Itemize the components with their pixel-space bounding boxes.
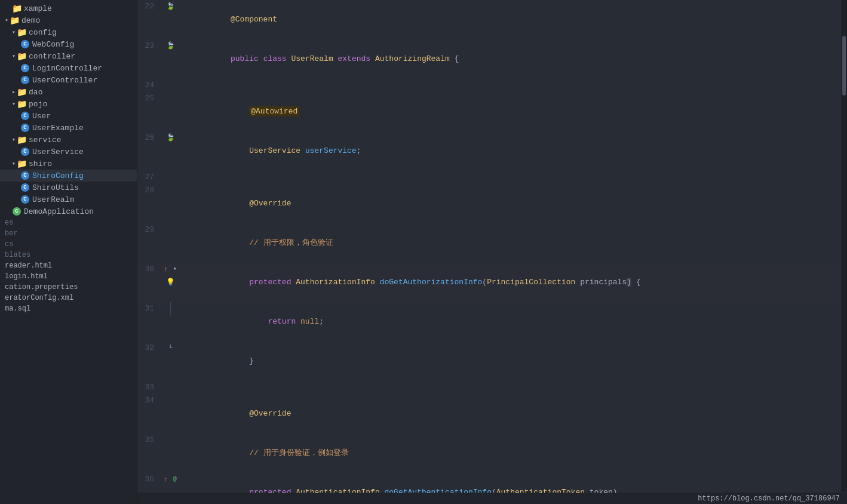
line-code[interactable] [179,381,847,394]
folder-icon: 📁 [12,4,22,13]
line-gutter [161,184,179,223]
line-code[interactable]: protected AuthorizationInfo doGetAuthori… [179,263,847,302]
class-icon: C [20,63,30,73]
line-code[interactable]: @Override [179,394,847,434]
sidebar-item-reader-html[interactable]: reader.html [0,260,137,271]
sidebar-item-ber[interactable]: ber [0,228,137,239]
line-gutter: ↑ ▾ 💡 [161,263,179,302]
sidebar-item-logincontroller[interactable]: C LoginController [0,62,137,74]
statusbar: https://blog.csdn.net/qq_37186947 [137,493,847,504]
sidebar-item-demoapplication[interactable]: C DemoApplication [0,205,137,217]
chevron-down-icon: ▾ [12,100,16,107]
code-token: null [300,317,319,326]
sidebar-item-label: dao [29,88,42,97]
chevron-down-icon: ▾ [5,17,8,24]
sidebar-item-userrealm[interactable]: C UserRealm [0,193,137,205]
code-token: doGetAuthorizationInfo [380,278,483,287]
line-gutter: 🍃 [161,39,179,79]
folder-icon: 📁 [17,99,26,109]
line-gutter: 🍃 [161,131,179,171]
line-code[interactable]: public class UserRealm extends Authorizi… [179,39,847,79]
code-token: class [263,54,287,63]
table-row: 31 return null; [137,302,847,342]
sidebar-item-example[interactable]: 📁 xample [0,2,137,14]
folder-icon: 📁 [17,159,26,168]
table-row: 35 // 用于身份验证，例如登录 [137,434,847,473]
sidebar-item-controller[interactable]: ▾ 📁 controller [0,50,137,62]
line-code[interactable]: @Override [179,184,847,223]
line-gutter [161,434,179,473]
sidebar-item-usercontroller[interactable]: C UserController [0,74,137,86]
sidebar-item-blates[interactable]: blates [0,250,137,260]
class-icon: C [20,195,30,204]
sidebar-item-label: LoginController [32,64,102,73]
code-token: extends [338,54,371,63]
sidebar-item-erator-xml[interactable]: eratorConfig.xml [0,293,137,303]
line-gutter [161,394,179,434]
table-row: 28 @Override [137,184,847,223]
scrollbar-thumb[interactable] [842,36,846,96]
sidebar-item-label: pojo [29,100,47,109]
line-number: 34 [137,394,161,434]
sidebar: 📁 xample ▾ 📁 demo ▾ 📁 config C WebConfig… [0,0,137,504]
sidebar-item-shiro[interactable]: ▾ 📁 shiro [0,158,137,170]
scrollbar-track[interactable] [841,0,847,492]
line-number: 24 [137,79,161,92]
line-code[interactable] [179,171,847,184]
table-row: 23 🍃 public class UserRealm extends Auth… [137,39,847,79]
line-code[interactable]: @Autowired [179,92,847,131]
sidebar-item-login-html[interactable]: login.html [0,271,137,282]
line-code[interactable]: // 用于身份验证，例如登录 [179,434,847,473]
sidebar-item-ma-sql[interactable]: ma.sql [0,303,137,314]
sidebar-item-webconfig[interactable]: C WebConfig [0,38,137,50]
sidebar-item-userservice[interactable]: C UserService [0,146,137,158]
folder-icon: 📁 [17,27,26,37]
sidebar-item-label: UserExample [32,124,84,133]
code-token: AuthorizingRealm [375,54,450,63]
sidebar-item-label: DemoApplication [24,207,94,216]
line-number: 27 [137,171,161,184]
code-token: UserRealm [291,54,333,63]
line-gutter [161,223,179,263]
sidebar-item-user[interactable]: C User [0,110,137,122]
folder-icon: 📁 [10,16,19,25]
line-number: 30 [137,263,161,302]
line-code[interactable]: return null; [179,302,847,342]
line-number: 31 [137,302,161,342]
table-row: 27 [137,171,847,184]
sidebar-item-demo[interactable]: ▾ 📁 demo [0,14,137,26]
line-code[interactable]: } [179,342,847,381]
sidebar-item-dao[interactable]: ▸ 📁 dao [0,86,137,98]
line-code[interactable]: // 用于权限，角色验证 [179,223,847,263]
sidebar-item-label: User [32,112,51,121]
sidebar-item-pojo[interactable]: ▾ 📁 pojo [0,98,137,110]
editor: 22 🍃 @Component 23 🍃 public class UserRe… [137,0,847,504]
chevron-down-icon: ▾ [12,160,16,167]
sidebar-item-label: xample [24,4,52,13]
sidebar-item-cs[interactable]: cs [0,239,137,250]
folder-icon: 📁 [17,87,26,97]
sidebar-item-shiroutils[interactable]: C ShiroUtils [0,182,137,193]
class-icon: C [20,171,30,180]
line-number: 32 [137,342,161,381]
code-token: // 用于权限，角色验证 [249,238,333,247]
line-number: 25 [137,92,161,131]
sidebar-item-service[interactable]: ▾ 📁 service [0,134,137,146]
table-row: 32 └ } [137,342,847,381]
class-icon: C [20,183,30,192]
sidebar-item-label: UserService [32,147,84,156]
table-row: 26 🍃 UserService userService; [137,131,847,171]
line-code[interactable]: @Component [179,0,847,39]
sidebar-item-config[interactable]: ▾ 📁 config [0,26,137,38]
line-code[interactable]: UserService userService; [179,131,847,171]
sidebar-item-shiroconfig[interactable]: C ShiroConfig [0,170,137,182]
sidebar-item-label: UserController [32,76,97,85]
line-number: 28 [137,184,161,223]
sidebar-item-userexample[interactable]: C UserExample [0,122,137,134]
sidebar-item-label: config [29,28,57,37]
sidebar-item-cation-props[interactable]: cation.properties [0,282,137,293]
line-number: 35 [137,434,161,473]
sidebar-item-es[interactable]: es [0,217,137,228]
folder-icon: 📁 [17,135,26,145]
line-code[interactable] [179,79,847,92]
